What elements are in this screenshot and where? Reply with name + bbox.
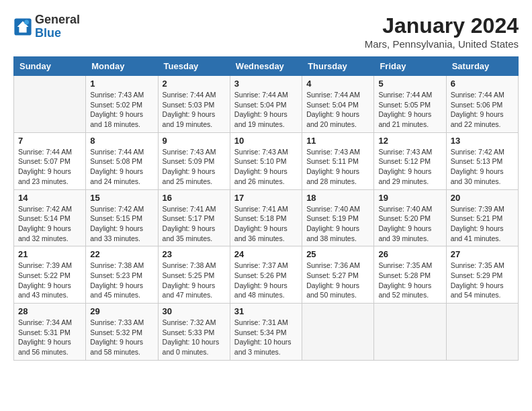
calendar-cell: 24Sunrise: 7:37 AMSunset: 5:26 PMDayligh… [230, 246, 302, 304]
day-number: 5 [378, 79, 441, 89]
calendar-cell: 16Sunrise: 7:41 AMSunset: 5:17 PMDayligh… [158, 189, 230, 246]
svg-point-2 [24, 19, 29, 24]
day-number: 10 [234, 136, 298, 146]
day-info: Sunrise: 7:44 AMSunset: 5:08 PMDaylight:… [90, 147, 153, 187]
calendar-cell: 7Sunrise: 7:44 AMSunset: 5:07 PMDaylight… [14, 132, 86, 189]
weekday-header-monday: Monday [86, 57, 158, 76]
day-info: Sunrise: 7:42 AMSunset: 5:13 PMDaylight:… [451, 147, 514, 187]
day-info: Sunrise: 7:39 AMSunset: 5:21 PMDaylight:… [451, 204, 514, 244]
day-info: Sunrise: 7:35 AMSunset: 5:29 PMDaylight:… [451, 261, 514, 300]
day-info: Sunrise: 7:44 AMSunset: 5:07 PMDaylight:… [18, 147, 81, 187]
day-info: Sunrise: 7:43 AMSunset: 5:10 PMDaylight:… [234, 147, 298, 187]
calendar-week-3: 21Sunrise: 7:39 AMSunset: 5:22 PMDayligh… [14, 246, 519, 304]
day-number: 30 [163, 306, 226, 316]
day-number: 13 [451, 136, 514, 146]
day-number: 20 [451, 193, 514, 203]
day-number: 28 [18, 306, 81, 316]
day-info: Sunrise: 7:31 AMSunset: 5:34 PMDaylight:… [234, 318, 298, 357]
day-info: Sunrise: 7:44 AMSunset: 5:04 PMDaylight:… [306, 90, 369, 130]
calendar-cell: 5Sunrise: 7:44 AMSunset: 5:05 PMDaylight… [374, 76, 446, 133]
calendar-cell: 6Sunrise: 7:44 AMSunset: 5:06 PMDaylight… [446, 76, 518, 133]
calendar-cell: 2Sunrise: 7:44 AMSunset: 5:03 PMDaylight… [158, 76, 230, 133]
weekday-row: SundayMondayTuesdayWednesdayThursdayFrid… [14, 57, 519, 76]
calendar-cell: 18Sunrise: 7:40 AMSunset: 5:19 PMDayligh… [302, 189, 374, 246]
calendar-cell [302, 304, 374, 361]
day-info: Sunrise: 7:43 AMSunset: 5:09 PMDaylight:… [163, 147, 226, 187]
calendar-cell: 30Sunrise: 7:32 AMSunset: 5:33 PMDayligh… [158, 304, 230, 361]
day-info: Sunrise: 7:38 AMSunset: 5:25 PMDaylight:… [163, 261, 226, 300]
day-info: Sunrise: 7:44 AMSunset: 5:05 PMDaylight:… [378, 90, 441, 130]
calendar-cell: 14Sunrise: 7:42 AMSunset: 5:14 PMDayligh… [14, 189, 86, 246]
day-info: Sunrise: 7:42 AMSunset: 5:15 PMDaylight:… [90, 204, 153, 244]
day-number: 12 [378, 136, 441, 146]
calendar-cell: 23Sunrise: 7:38 AMSunset: 5:25 PMDayligh… [158, 246, 230, 304]
calendar-cell: 11Sunrise: 7:43 AMSunset: 5:11 PMDayligh… [302, 132, 374, 189]
weekday-header-sunday: Sunday [14, 57, 86, 76]
location: Mars, Pennsylvania, United States [365, 38, 519, 50]
day-info: Sunrise: 7:32 AMSunset: 5:33 PMDaylight:… [163, 318, 226, 357]
calendar-table: SundayMondayTuesdayWednesdayThursdayFrid… [13, 56, 519, 361]
day-number: 17 [234, 193, 298, 203]
calendar-cell: 31Sunrise: 7:31 AMSunset: 5:34 PMDayligh… [230, 304, 302, 361]
weekday-header-tuesday: Tuesday [158, 57, 230, 76]
day-number: 24 [234, 249, 298, 259]
calendar-cell: 22Sunrise: 7:38 AMSunset: 5:23 PMDayligh… [86, 246, 158, 304]
day-number: 16 [163, 193, 226, 203]
day-number: 22 [90, 249, 153, 259]
calendar-cell [374, 304, 446, 361]
calendar-header: SundayMondayTuesdayWednesdayThursdayFrid… [14, 57, 519, 76]
day-number: 26 [378, 249, 441, 259]
day-info: Sunrise: 7:42 AMSunset: 5:14 PMDaylight:… [18, 204, 81, 244]
calendar-week-0: 1Sunrise: 7:43 AMSunset: 5:02 PMDaylight… [14, 76, 519, 133]
day-number: 29 [90, 306, 153, 316]
day-number: 21 [18, 249, 81, 259]
day-info: Sunrise: 7:43 AMSunset: 5:12 PMDaylight:… [378, 147, 441, 187]
calendar-cell: 10Sunrise: 7:43 AMSunset: 5:10 PMDayligh… [230, 132, 302, 189]
calendar-cell: 3Sunrise: 7:44 AMSunset: 5:04 PMDaylight… [230, 76, 302, 133]
calendar-cell: 13Sunrise: 7:42 AMSunset: 5:13 PMDayligh… [446, 132, 518, 189]
day-number: 31 [234, 306, 298, 316]
day-number: 7 [18, 136, 81, 146]
calendar-week-4: 28Sunrise: 7:34 AMSunset: 5:31 PMDayligh… [14, 304, 519, 361]
day-info: Sunrise: 7:39 AMSunset: 5:22 PMDaylight:… [18, 261, 81, 300]
calendar-cell: 12Sunrise: 7:43 AMSunset: 5:12 PMDayligh… [374, 132, 446, 189]
day-info: Sunrise: 7:34 AMSunset: 5:31 PMDaylight:… [18, 318, 81, 357]
day-number: 18 [306, 193, 369, 203]
day-number: 19 [378, 193, 441, 203]
calendar-cell: 28Sunrise: 7:34 AMSunset: 5:31 PMDayligh… [14, 304, 86, 361]
calendar-cell: 27Sunrise: 7:35 AMSunset: 5:29 PMDayligh… [446, 246, 518, 304]
logo-text: General Blue [35, 13, 80, 40]
page-header: General Blue January 2024 Mars, Pennsylv… [13, 13, 519, 50]
calendar-cell: 4Sunrise: 7:44 AMSunset: 5:04 PMDaylight… [302, 76, 374, 133]
weekday-header-wednesday: Wednesday [230, 57, 302, 76]
day-number: 11 [306, 136, 369, 146]
weekday-header-friday: Friday [374, 57, 446, 76]
month-title: January 2024 [365, 13, 519, 38]
day-number: 23 [163, 249, 226, 259]
weekday-header-thursday: Thursday [302, 57, 374, 76]
calendar-cell: 8Sunrise: 7:44 AMSunset: 5:08 PMDaylight… [86, 132, 158, 189]
day-info: Sunrise: 7:40 AMSunset: 5:19 PMDaylight:… [306, 204, 369, 244]
calendar-week-1: 7Sunrise: 7:44 AMSunset: 5:07 PMDaylight… [14, 132, 519, 189]
day-number: 14 [18, 193, 81, 203]
day-info: Sunrise: 7:37 AMSunset: 5:26 PMDaylight:… [234, 261, 298, 300]
day-info: Sunrise: 7:44 AMSunset: 5:03 PMDaylight:… [163, 90, 226, 130]
day-info: Sunrise: 7:41 AMSunset: 5:18 PMDaylight:… [234, 204, 298, 244]
calendar-cell: 20Sunrise: 7:39 AMSunset: 5:21 PMDayligh… [446, 189, 518, 246]
calendar-cell [446, 304, 518, 361]
day-number: 9 [163, 136, 226, 146]
day-info: Sunrise: 7:44 AMSunset: 5:04 PMDaylight:… [234, 90, 298, 130]
day-info: Sunrise: 7:44 AMSunset: 5:06 PMDaylight:… [451, 90, 514, 130]
day-info: Sunrise: 7:41 AMSunset: 5:17 PMDaylight:… [163, 204, 226, 244]
day-info: Sunrise: 7:40 AMSunset: 5:20 PMDaylight:… [378, 204, 441, 244]
calendar-cell: 26Sunrise: 7:35 AMSunset: 5:28 PMDayligh… [374, 246, 446, 304]
day-number: 1 [90, 79, 153, 89]
day-number: 3 [234, 79, 298, 89]
day-number: 25 [306, 249, 369, 259]
day-info: Sunrise: 7:36 AMSunset: 5:27 PMDaylight:… [306, 261, 369, 300]
day-number: 4 [306, 79, 369, 89]
logo: General Blue [13, 13, 80, 40]
calendar-week-2: 14Sunrise: 7:42 AMSunset: 5:14 PMDayligh… [14, 189, 519, 246]
calendar-cell: 1Sunrise: 7:43 AMSunset: 5:02 PMDaylight… [86, 76, 158, 133]
day-number: 6 [451, 79, 514, 89]
